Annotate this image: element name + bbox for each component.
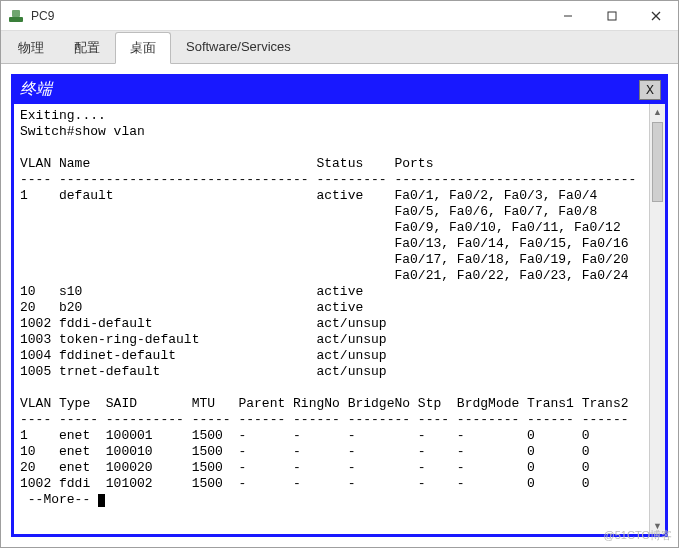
term-line: VLAN Name Status Ports xyxy=(20,156,433,171)
terminal-close-button[interactable]: X xyxy=(639,80,661,100)
term-line: 1 default active Fa0/1, Fa0/2, Fa0/3, Fa… xyxy=(20,188,597,203)
terminal-body: Exiting.... Switch#show vlan VLAN Name S… xyxy=(14,104,665,534)
term-line: 1002 fddi-default act/unsup xyxy=(20,316,387,331)
term-line: 10 enet 100010 1500 - - - - - 0 0 xyxy=(20,444,590,459)
tab-software-services[interactable]: Software/Services xyxy=(171,32,306,64)
terminal-cursor xyxy=(98,494,105,507)
term-line: 20 b20 active xyxy=(20,300,363,315)
term-line: Fa0/9, Fa0/10, Fa0/11, Fa0/12 xyxy=(20,220,621,235)
close-button[interactable] xyxy=(634,1,678,30)
app-icon xyxy=(7,7,25,25)
window-title: PC9 xyxy=(31,9,546,23)
term-line: ---- -------------------------------- --… xyxy=(20,172,636,187)
minimize-button[interactable] xyxy=(546,1,590,30)
term-line: Fa0/5, Fa0/6, Fa0/7, Fa0/8 xyxy=(20,204,597,219)
window-controls xyxy=(546,1,678,30)
tab-desktop[interactable]: 桌面 xyxy=(115,32,171,64)
term-line: ---- ----- ---------- ----- ------ -----… xyxy=(20,412,629,427)
maximize-button[interactable] xyxy=(590,1,634,30)
term-more-prompt: --More-- xyxy=(20,492,98,507)
tab-strip: 物理 配置 桌面 Software/Services xyxy=(1,31,678,64)
terminal-title: 终端 xyxy=(20,79,639,100)
terminal-output[interactable]: Exiting.... Switch#show vlan VLAN Name S… xyxy=(14,104,649,534)
term-line: Fa0/21, Fa0/22, Fa0/23, Fa0/24 xyxy=(20,268,629,283)
term-line: Fa0/13, Fa0/14, Fa0/15, Fa0/16 xyxy=(20,236,629,251)
tab-config[interactable]: 配置 xyxy=(59,32,115,64)
term-line: 1 enet 100001 1500 - - - - - 0 0 xyxy=(20,428,590,443)
term-line: 1003 token-ring-default act/unsup xyxy=(20,332,387,347)
terminal-scrollbar[interactable]: ▲ ▼ xyxy=(649,104,665,534)
terminal-titlebar: 终端 X xyxy=(14,77,665,104)
term-line: Exiting.... xyxy=(20,108,106,123)
term-line: Fa0/17, Fa0/18, Fa0/19, Fa0/20 xyxy=(20,252,629,267)
term-line: 1004 fddinet-default act/unsup xyxy=(20,348,387,363)
scroll-down-icon[interactable]: ▼ xyxy=(650,518,665,534)
content-area: 终端 X Exiting.... Switch#show vlan VLAN N… xyxy=(1,64,678,547)
scroll-thumb[interactable] xyxy=(652,122,663,202)
svg-rect-0 xyxy=(9,17,23,22)
term-line: Switch#show vlan xyxy=(20,124,145,139)
terminal-window: 终端 X Exiting.... Switch#show vlan VLAN N… xyxy=(11,74,668,537)
tab-physical[interactable]: 物理 xyxy=(3,32,59,64)
term-line: 1002 fddi 101002 1500 - - - - - 0 0 xyxy=(20,476,590,491)
term-line: 10 s10 active xyxy=(20,284,363,299)
term-line: 1005 trnet-default act/unsup xyxy=(20,364,387,379)
scroll-up-icon[interactable]: ▲ xyxy=(650,104,665,120)
term-line: VLAN Type SAID MTU Parent RingNo BridgeN… xyxy=(20,396,629,411)
window-titlebar: PC9 xyxy=(1,1,678,31)
app-window: PC9 物理 配置 桌面 Software/Services 终端 X Exit… xyxy=(0,0,679,548)
svg-rect-3 xyxy=(608,12,616,20)
svg-rect-1 xyxy=(12,10,20,17)
term-line: 20 enet 100020 1500 - - - - - 0 0 xyxy=(20,460,590,475)
